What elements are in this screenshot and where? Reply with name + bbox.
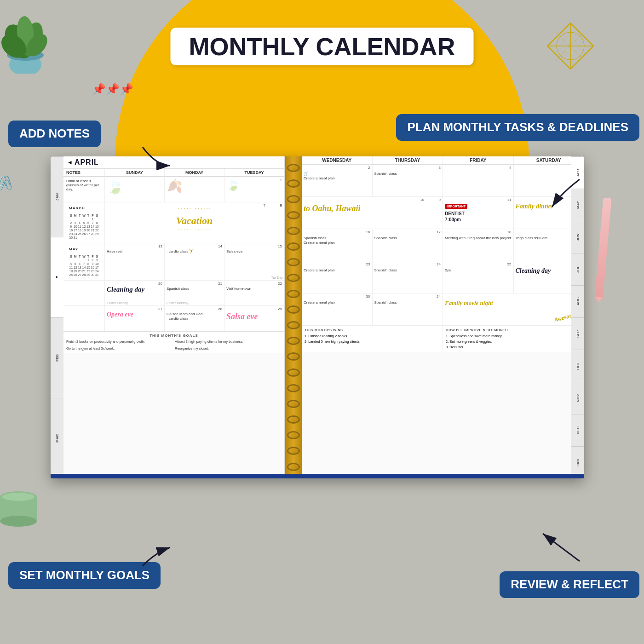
- grocery-icon: 🛒: [304, 172, 308, 176]
- tab-mar[interactable]: MAR: [51, 398, 63, 478]
- right-cell-wed-w1: 2 🛒Create a meal plan: [302, 165, 373, 197]
- right-tab-aug[interactable]: AUG: [571, 285, 584, 317]
- improve-2: 2. Eat more greens & veggies.: [446, 339, 581, 345]
- entry-wed-w3: Spanish classCreate a meal plan: [304, 236, 370, 246]
- goal-4: Reorganize my closet.: [175, 346, 282, 351]
- spiral-ring: [287, 447, 300, 455]
- entry-thu-w4: Spanish class: [374, 268, 441, 273]
- notes-cell-week2: MARCH SMTWTFS 1 2345678 9101112131415 16…: [63, 202, 105, 243]
- tue-w3-text: Salsa eve: [226, 249, 282, 254]
- salsa-eve-text-2: Salsa eve: [226, 312, 282, 322]
- goals-content: Finish 2 books on productivity and perso…: [66, 339, 282, 351]
- goals-section: THIS MONTH'S GOALS Finish 2 books on pro…: [63, 331, 284, 353]
- important-badge: IMPORTANT: [445, 204, 467, 209]
- right-cell-fri-w5: 30 Family movie night Awesome!: [443, 293, 584, 326]
- leaf-icon-3: 🍃: [226, 178, 240, 191]
- cal-cell-tue-w5: 29 Salsa eve: [224, 306, 284, 331]
- tab-feb[interactable]: FEB: [51, 317, 63, 398]
- wins-title: THIS MONTH'S WINS: [305, 328, 440, 332]
- right-cell-thu-w5: 24 Spanish class: [373, 293, 443, 326]
- right-cell-wed-w4: 23 Create a meal plan: [302, 261, 373, 293]
- right-tab-nov[interactable]: NOV: [571, 382, 584, 414]
- wins-section: THIS MONTH'S WINS 1. Finished reading 2 …: [302, 326, 443, 352]
- day-22: 22: [278, 282, 282, 286]
- entry-thu-w5: Spanish class: [374, 300, 441, 305]
- spiral-ring: [287, 179, 300, 188]
- vacation-dots: · · · · · · · · · · · ·: [178, 206, 210, 211]
- day-13: 13: [158, 244, 162, 248]
- tax-day-label: Tax Day: [271, 276, 283, 279]
- right-cell-wed-w3: 16 Spanish classCreate a meal plan: [302, 229, 373, 261]
- goal-2: Attract 3 high-paying clients for my bus…: [175, 339, 282, 345]
- cal-cell-mon-w1: 🍂: [165, 177, 224, 202]
- vacation-text: Vacation: [107, 215, 282, 227]
- tab-jan[interactable]: JAN: [51, 156, 63, 237]
- day-15: 15: [278, 244, 282, 248]
- entry-meal-plan-w1: 🛒Create a meal plan: [304, 172, 370, 181]
- add-notes-arrow: [138, 143, 175, 170]
- vacation-entry: · · · · · · · · · · · · Vacation · · · ·…: [107, 204, 282, 232]
- tuesday-header: TUESDAY: [224, 169, 284, 177]
- day-29: 29: [278, 307, 282, 311]
- day-3: 3: [439, 166, 441, 170]
- march-cal-title: MARCH: [69, 206, 99, 210]
- day-16: 16: [366, 230, 370, 234]
- notes-cell-week3: MAY SMTWTFS 123 45678910 11121314151617 …: [63, 243, 105, 281]
- notes-text: Drink at least 8 glasses of water per da…: [66, 179, 99, 191]
- right-tab-jul[interactable]: JUL: [571, 253, 584, 285]
- right-cell-fri-w1: 4: [443, 165, 514, 197]
- day-7: 7: [264, 203, 265, 207]
- family-movie-text: Family movie night: [445, 299, 582, 307]
- spiral-ring: [287, 195, 300, 203]
- improve-section: HOW I'LL IMPROVE NEXT MONTH 1. Spend les…: [443, 326, 584, 352]
- spiral-ring: [287, 384, 300, 392]
- tab-active-indicator: ◄: [51, 237, 63, 317]
- right-cell-fri-w4: 25 Spa: [443, 261, 514, 293]
- right-tab-jun[interactable]: JUN: [571, 221, 584, 253]
- right-tab-oct[interactable]: OCT: [571, 350, 584, 382]
- entry-wed-w4: Create a meal plan: [304, 268, 370, 273]
- day-9: 9: [439, 198, 441, 202]
- right-cell-thu-w1: 3 Spanish class: [373, 165, 443, 197]
- spiral-binding: [285, 156, 302, 478]
- tue-w4-text: Visit hometown: [226, 287, 282, 291]
- svg-point-21: [0, 516, 37, 527]
- spiral-ring: [287, 368, 300, 377]
- goals-title: THIS MONTH'S GOALS: [66, 334, 282, 338]
- right-cell-fri-w3: 18 Meeting with Greg about the new proje…: [443, 229, 514, 261]
- set-goals-arrow: [138, 543, 175, 570]
- right-cal-week4: 23 Create a meal plan 24 Spanish class 2…: [302, 261, 584, 293]
- right-page-content: WEDNESDAY THURSDAY FRIDAY SATURDAY 2025 …: [302, 156, 584, 478]
- binder-clips-decoration: 🖇️: [0, 175, 12, 191]
- thursday-header: THURSDAY: [373, 156, 443, 164]
- day-23: 23: [366, 262, 370, 266]
- goal-1: Finish 2 books on productivity and perso…: [66, 339, 173, 345]
- day-1: 1: [280, 178, 282, 182]
- day-4: 4: [509, 166, 511, 170]
- cleaning-day-left: Cleaning day: [107, 286, 162, 293]
- leaf-icon: 🍃: [107, 179, 124, 194]
- day-8: 8: [280, 203, 282, 207]
- easter-sunday-label: Easter Sunday: [107, 301, 128, 305]
- cal-cell-tue-w4: 22 Visit hometown: [224, 281, 284, 306]
- entry-fri-w4: Spa: [445, 268, 512, 273]
- entry-important: IMPORTANT DENTIST7:00pm: [445, 204, 512, 223]
- entry-spanish-w1: Spanish class: [374, 172, 441, 176]
- right-tab-dec[interactable]: DEC: [571, 414, 584, 446]
- right-tab-sep[interactable]: SEP: [571, 317, 584, 350]
- notes-cell-week4: [63, 281, 105, 306]
- spiral-ring: [287, 352, 300, 361]
- cal-cell-mon-w3: 14 - cardio class 🏋️: [165, 243, 224, 281]
- left-page: JAN ◄ FEB MAR ◄ APRIL NOTES SUNDAY MONDA…: [51, 156, 285, 478]
- left-page-content: ◄ APRIL NOTES SUNDAY MONDAY TUESDAY Drin…: [63, 156, 284, 478]
- spiral-ring: [287, 164, 300, 172]
- day-27: 27: [158, 307, 162, 311]
- win-1: 1. Finished reading 2 books: [305, 334, 440, 339]
- spiral-ring: [287, 337, 300, 345]
- goal-3: Go to the gym at least 3x/week.: [66, 346, 173, 351]
- spiral-ring: [287, 321, 300, 329]
- right-cell-wed-w5: 30 Create a meal plan: [302, 293, 373, 326]
- win-2: 2. Landed 5 new high-paying clients: [305, 339, 440, 345]
- mon-w5-text: Go see Mom and Dad- cardio class: [167, 312, 222, 322]
- right-calendar-header: WEDNESDAY THURSDAY FRIDAY SATURDAY 2025: [302, 156, 584, 165]
